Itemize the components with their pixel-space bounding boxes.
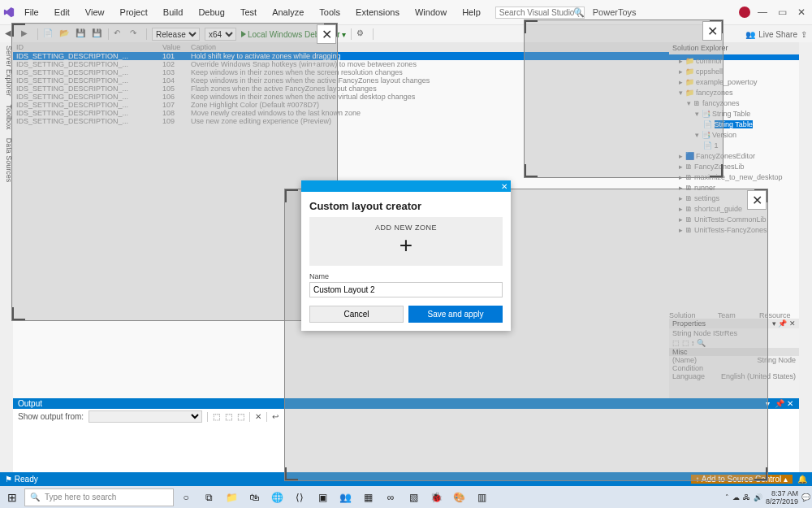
solution-name: PowerToys xyxy=(593,7,637,17)
status-ready: Ready xyxy=(15,475,38,484)
search-icon: 🔍 xyxy=(30,493,40,501)
maximize-button[interactable]: ▭ xyxy=(775,7,789,18)
tray-expand-icon[interactable]: ˄ xyxy=(725,493,729,501)
add-zone-button[interactable]: ADD NEW ZONE + xyxy=(309,217,503,266)
add-zone-label: ADD NEW ZONE xyxy=(309,224,503,232)
live-share-button[interactable]: 👥 Live Share ⇪ xyxy=(745,30,807,39)
vs-flag-icon[interactable]: ⚑ xyxy=(5,475,12,484)
minimize-button[interactable]: — xyxy=(755,7,770,18)
taskbar: ⊞ 🔍Type here to search ○ ⧉ 📁 🛍 🌐 ⟨⟩ ▣ 👥 … xyxy=(0,486,812,508)
zone-2[interactable]: ✕ xyxy=(524,20,723,178)
output-source-select[interactable] xyxy=(89,410,202,423)
menu-extensions[interactable]: Extensions xyxy=(349,7,406,17)
dialog-titlebar[interactable]: ✕ xyxy=(301,180,511,192)
explorer-icon[interactable]: 📁 xyxy=(221,488,242,506)
output-tool-icon[interactable]: ⬚ xyxy=(237,412,244,421)
tool-icon[interactable]: ⚙ xyxy=(356,28,368,40)
custom-layout-dialog: ✕ Custom layout creator ADD NEW ZONE + N… xyxy=(301,180,511,331)
layout-name-input[interactable] xyxy=(309,282,503,297)
menu-analyze[interactable]: Analyze xyxy=(266,7,310,17)
show-output-label: Show output from: xyxy=(18,412,84,421)
zone-close-button[interactable]: ✕ xyxy=(702,21,722,41)
network-icon[interactable]: 🖧 xyxy=(743,493,750,501)
plus-icon: + xyxy=(309,232,503,259)
window-controls: — ▭ ✕ xyxy=(739,7,809,18)
menu-tools[interactable]: Tools xyxy=(313,7,347,17)
output-tool-icon[interactable]: ⬚ xyxy=(225,412,232,421)
onedrive-icon[interactable]: ☁ xyxy=(732,493,740,501)
taskbar-search[interactable]: 🔍Type here to search xyxy=(24,488,174,506)
cortana-icon[interactable]: ○ xyxy=(175,488,197,506)
cancel-button[interactable]: Cancel xyxy=(309,306,404,323)
menu-window[interactable]: Window xyxy=(408,7,453,17)
menu-test[interactable]: Test xyxy=(234,7,263,17)
menu-build[interactable]: Build xyxy=(157,7,189,17)
dialog-title: Custom layout creator xyxy=(309,200,503,212)
right-gutter xyxy=(798,42,812,486)
close-button[interactable]: ✕ xyxy=(794,7,809,18)
main-menu: File Edit View Project Build Debug Test … xyxy=(18,7,487,17)
menu-file[interactable]: File xyxy=(18,7,45,17)
output-pin-icon[interactable]: 📌 xyxy=(775,399,783,408)
dialog-close-icon[interactable]: ✕ xyxy=(501,182,508,191)
start-button[interactable]: ⊞ xyxy=(2,488,23,506)
vs-logo-icon xyxy=(3,7,15,18)
liveshare-icon: 👥 xyxy=(745,30,755,39)
menu-view[interactable]: View xyxy=(79,7,111,17)
name-label: Name xyxy=(309,272,503,280)
menu-edit[interactable]: Edit xyxy=(48,7,76,17)
app-icon[interactable]: ▦ xyxy=(357,488,378,506)
volume-icon[interactable]: 🔊 xyxy=(754,493,762,501)
output-close-icon[interactable]: ✕ xyxy=(786,399,794,408)
menu-help[interactable]: Help xyxy=(456,7,487,17)
terminal-icon[interactable]: ▣ xyxy=(312,488,333,506)
quick-launch-input[interactable] xyxy=(495,7,585,19)
zone-close-button[interactable]: ✕ xyxy=(747,190,767,210)
app-icon[interactable]: 🎨 xyxy=(448,488,469,506)
vs-icon[interactable]: ∞ xyxy=(380,488,401,506)
notifications-icon[interactable]: 🔔 xyxy=(797,475,807,484)
save-apply-button[interactable]: Save and apply xyxy=(408,306,503,323)
output-clear-icon[interactable]: ✕ xyxy=(255,412,261,421)
zone-close-button[interactable]: ✕ xyxy=(317,24,336,44)
menu-debug[interactable]: Debug xyxy=(192,7,231,17)
action-center-icon[interactable]: 💬 xyxy=(801,493,810,501)
app-icon[interactable]: ▥ xyxy=(471,488,492,506)
share-icon[interactable]: ⇪ xyxy=(801,30,807,39)
output-title: Output xyxy=(18,399,42,408)
teams-icon[interactable]: 👥 xyxy=(335,488,356,506)
app-icon[interactable]: ▧ xyxy=(403,488,424,506)
taskbar-clock[interactable]: 8:37 AM8/27/2019 xyxy=(766,489,798,506)
system-tray: ˄ ☁ 🖧 🔊 8:37 AM8/27/2019 💬 xyxy=(725,489,810,506)
pin-icon[interactable]: ▾ 📌 ✕ xyxy=(772,319,796,328)
search-icon[interactable]: 🔍 xyxy=(573,7,585,18)
output-tool-icon[interactable]: ⬚ xyxy=(213,412,220,421)
output-wrap-icon[interactable]: ↩ xyxy=(272,412,279,421)
vscode-icon[interactable]: ⟨⟩ xyxy=(289,488,310,506)
user-badge[interactable] xyxy=(739,7,750,18)
menu-project[interactable]: Project xyxy=(114,7,154,17)
store-icon[interactable]: 🛍 xyxy=(244,488,265,506)
edge-icon[interactable]: 🌐 xyxy=(266,488,287,506)
taskview-icon[interactable]: ⧉ xyxy=(198,488,219,506)
app-icon[interactable]: 🐞 xyxy=(425,488,447,506)
